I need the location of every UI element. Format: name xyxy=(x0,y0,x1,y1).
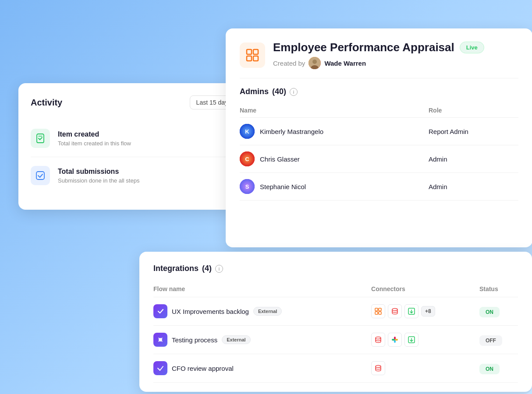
admin-name: Chris Glasser xyxy=(260,155,300,163)
avatar-image: S xyxy=(240,179,255,194)
integrations-header: Integrations (4) i xyxy=(153,264,518,273)
submissions-text: Total submissions Submission done in the… xyxy=(58,168,219,184)
flow-icon-cfo xyxy=(153,361,167,375)
table-row: Testing process External xyxy=(153,326,518,354)
admins-info-icon[interactable]: i xyxy=(290,88,298,96)
perf-title: Employee Performance Appraisal xyxy=(273,41,454,54)
created-by: Created by Wade Warren xyxy=(273,57,518,69)
flow-name: CFO review approval xyxy=(172,365,234,372)
database-icon xyxy=(391,307,399,315)
tag-external: External xyxy=(222,335,250,344)
svg-point-25 xyxy=(376,337,381,339)
integrations-count: (4) xyxy=(202,264,212,273)
status-badge-on: ON xyxy=(479,364,500,374)
database-icon xyxy=(374,336,382,344)
created-by-label: Created by xyxy=(273,60,305,67)
flow-name: Testing process xyxy=(172,336,217,344)
admin-role: Admin xyxy=(429,145,518,173)
flow-icon-svg xyxy=(156,335,165,344)
connectors-cell xyxy=(371,333,479,347)
status-badge-on: ON xyxy=(479,307,500,317)
svg-rect-18 xyxy=(375,308,378,311)
connector-database-icon xyxy=(371,361,385,375)
admin-avatar-chris: C xyxy=(240,151,255,166)
svg-rect-19 xyxy=(379,308,381,311)
svg-rect-5 xyxy=(253,56,258,61)
connectors-cell xyxy=(371,361,479,375)
connector-export-icon xyxy=(404,304,419,318)
creator-name: Wade Warren xyxy=(324,60,366,67)
svg-point-22 xyxy=(392,309,397,311)
document-check-icon xyxy=(35,133,46,144)
live-badge: Live xyxy=(460,42,484,53)
admin-role: Admin xyxy=(429,173,518,201)
tag-external: External xyxy=(253,307,282,316)
integrations-title: Integrations xyxy=(153,264,199,273)
integrations-table: Flow name Connectors Status UX Improveme… xyxy=(153,282,518,383)
grid-icon xyxy=(374,307,382,315)
integrations-info-icon[interactable]: i xyxy=(215,265,223,273)
submissions-desc: Submission done in the all steps xyxy=(58,177,219,184)
submissions-label: Total submissions xyxy=(58,168,219,176)
flow-name-cell: UX Improvements backlog External xyxy=(153,304,371,318)
connectors-plus: +8 xyxy=(421,306,435,317)
integrations-card: Integrations (4) i Flow name Connectors … xyxy=(139,252,532,392)
flow-name: UX Improvements backlog xyxy=(172,308,249,315)
admin-avatar-kimberly: K xyxy=(240,124,255,139)
flow-icon-svg xyxy=(156,364,165,373)
activity-item-created: Item created Total item created in this … xyxy=(31,120,243,157)
connector-slack-icon xyxy=(388,333,402,347)
svg-text:C: C xyxy=(245,156,249,162)
creator-avatar xyxy=(309,57,321,69)
svg-rect-1 xyxy=(36,172,44,179)
grid-orange-icon xyxy=(245,47,260,63)
admin-name-cell: C Chris Glasser xyxy=(240,151,429,166)
table-row: CFO review approval xyxy=(153,354,518,383)
slack-icon xyxy=(391,336,399,344)
table-row: UX Improvements backlog External xyxy=(153,297,518,326)
svg-text:K: K xyxy=(245,128,249,135)
svg-rect-2 xyxy=(247,49,252,54)
perf-header: Employee Performance Appraisal Live Crea… xyxy=(240,41,518,69)
item-created-text: Item created Total item created in this … xyxy=(58,130,219,147)
svg-text:S: S xyxy=(245,183,249,190)
integrations-col-connectors: Connectors xyxy=(371,282,479,297)
table-row: S Stephanie Nicol Admin xyxy=(240,173,518,201)
activity-item-submissions: Total submissions Submission done in the… xyxy=(31,157,243,194)
submissions-icon-box xyxy=(31,166,50,185)
flow-name-cell: Testing process External xyxy=(153,333,371,347)
performance-card: Employee Performance Appraisal Live Crea… xyxy=(226,28,532,247)
table-row: C Chris Glasser Admin xyxy=(240,145,518,173)
svg-point-7 xyxy=(312,60,317,64)
creator-avatar-image xyxy=(309,57,321,69)
connector-grid-icon xyxy=(371,304,385,318)
activity-header: Activity Last 15 days ▾ xyxy=(31,95,243,109)
integrations-col-flow: Flow name xyxy=(153,282,371,297)
item-created-icon-box xyxy=(31,129,50,148)
admins-table: Name Role K xyxy=(240,103,518,201)
connector-database-icon xyxy=(388,304,402,318)
svg-point-31 xyxy=(376,366,381,368)
svg-rect-4 xyxy=(247,56,252,61)
svg-rect-0 xyxy=(37,134,44,143)
flow-name-cell: CFO review approval xyxy=(153,361,371,375)
svg-rect-29 xyxy=(395,339,398,341)
perf-icon-box xyxy=(240,42,265,68)
admins-col-name: Name xyxy=(240,103,429,118)
database-icon xyxy=(374,364,382,372)
export-icon xyxy=(408,336,415,344)
integrations-col-status: Status xyxy=(479,282,518,297)
connector-database-icon xyxy=(371,333,385,347)
item-created-label: Item created xyxy=(58,130,219,138)
admins-count: (40) xyxy=(272,87,286,96)
export-icon xyxy=(408,307,415,315)
flow-icon-ux xyxy=(153,304,167,318)
activity-card: Activity Last 15 days ▾ Item created Tot… xyxy=(18,83,255,210)
avatar-image: C xyxy=(240,151,255,166)
admin-role: Report Admin xyxy=(429,118,518,145)
admin-name: Kimberly Mastrangelo xyxy=(260,128,323,135)
avatar-image: K xyxy=(240,124,255,139)
svg-rect-21 xyxy=(379,312,381,314)
flow-icon-svg xyxy=(156,307,165,316)
svg-rect-28 xyxy=(392,339,395,341)
